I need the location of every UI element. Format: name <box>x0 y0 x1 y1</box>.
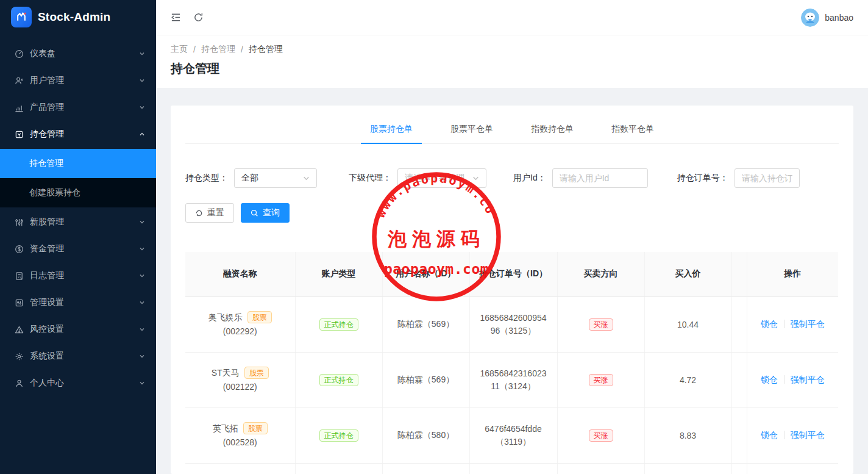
sidebar-item-dashboard[interactable]: 仪表盘 <box>0 41 156 66</box>
sidebar-item-profile[interactable]: 个人中心 <box>0 371 156 395</box>
user-id-input-box <box>552 168 648 188</box>
table-row: ST天马股票 (002122) 正式持仓 陈柏霖（569） 1685684231… <box>185 352 838 408</box>
chevron-down-icon <box>139 246 145 252</box>
search-button[interactable]: 查询 <box>241 203 290 223</box>
col-account-type: 账户类型 <box>295 252 382 296</box>
sidebar-item-ipo[interactable]: 新股管理 <box>0 210 156 234</box>
filter-bar: 持仓类型： 全部 下级代理： 请选择下级代理 用户Id： <box>185 144 839 188</box>
sidebar-item-logs[interactable]: 日志管理 <box>0 264 156 288</box>
buy-price-cell: 10.44 <box>644 296 731 352</box>
chevron-up-icon <box>139 131 145 137</box>
breadcrumb-current: 持仓管理 <box>249 44 283 55</box>
breadcrumb-home[interactable]: 主页 <box>171 44 188 55</box>
col-order-no: 持仓订单号（ID） <box>469 252 557 296</box>
tab-index-closed[interactable]: 指数平仓单 <box>602 116 663 143</box>
user-cell: 陈柏霖（569） <box>382 352 469 408</box>
warning-icon <box>15 325 24 334</box>
force-close-link[interactable]: 强制平仓 <box>791 430 825 440</box>
table-row: 英飞拓股票 (002528) 正式持仓 陈柏霖（580） 6476f4654fd… <box>185 408 838 463</box>
bar-chart-icon <box>15 103 24 112</box>
divider <box>784 320 784 328</box>
sidebar-item-risk[interactable]: 风控设置 <box>0 317 156 342</box>
app-logo[interactable]: Stock-Admin <box>0 0 156 34</box>
filter-position-type: 持仓类型： 全部 <box>185 168 349 188</box>
gear-icon <box>15 352 24 361</box>
direction-badge: 买涨 <box>589 429 613 442</box>
app-title: Stock-Admin <box>38 10 110 24</box>
avatar <box>801 9 819 27</box>
positions-icon <box>15 130 24 139</box>
account-type-badge: 正式持仓 <box>319 429 358 442</box>
submenu-item-position-management[interactable]: 持仓管理 <box>0 149 156 178</box>
user-id-input[interactable] <box>560 173 641 183</box>
sidebar-item-products[interactable]: 产品管理 <box>0 95 156 120</box>
stock-code: (002292) <box>194 325 286 339</box>
filter-agent: 下级代理： 请选择下级代理 <box>349 168 513 188</box>
positions-submenu: 持仓管理 创建股票持仓 <box>0 149 156 207</box>
user-cell: 陈柏霖（569） <box>382 296 469 352</box>
sidebar-menu: 仪表盘 用户管理 产品管理 持仓管理 持仓管理 创建股票持仓 <box>0 34 156 395</box>
dashboard-icon <box>15 49 24 59</box>
user-cell: 陈柏霖（580） <box>382 408 469 463</box>
filter-actions: 重置 查询 <box>185 188 839 223</box>
chevron-down-icon <box>139 300 145 306</box>
sidebar-item-system-settings[interactable]: 系统设置 <box>0 344 156 368</box>
sidebar-item-positions[interactable]: 持仓管理 <box>0 122 156 146</box>
collapse-menu-icon[interactable] <box>171 12 181 23</box>
filter-order-no: 持仓订单号： <box>677 168 800 188</box>
account-type-badge: 正式持仓 <box>319 374 358 386</box>
chevron-down-icon <box>472 175 479 182</box>
reset-button[interactable]: 重置 <box>185 203 234 223</box>
chevron-down-icon <box>139 326 145 332</box>
chevron-down-icon <box>139 219 145 225</box>
chevron-down-icon <box>139 51 145 57</box>
table-header-row: 融资名称 账户类型 用户名称（ID） 持仓订单号（ID） 买卖方向 买入价 操作 <box>185 252 838 296</box>
agent-select[interactable]: 请选择下级代理 <box>397 168 486 188</box>
lock-position-link[interactable]: 锁仓 <box>761 430 778 440</box>
stock-tag: 股票 <box>247 311 272 323</box>
page-header: 主页 / 持仓管理 / 持仓管理 持仓管理 <box>156 35 868 88</box>
user-menu[interactable]: banbao <box>801 9 853 27</box>
force-close-link[interactable]: 强制平仓 <box>791 319 825 329</box>
submenu-item-create-stock-position[interactable]: 创建股票持仓 <box>0 178 156 207</box>
stock-code: (002528) <box>194 436 286 450</box>
page-title: 持仓管理 <box>171 60 853 77</box>
col-direction: 买卖方向 <box>557 252 644 296</box>
order-no-input[interactable] <box>742 173 792 183</box>
buy-price-cell: 8.83 <box>644 408 731 463</box>
lock-position-link[interactable]: 锁仓 <box>761 319 778 329</box>
sidebar-item-admin-settings[interactable]: 管理设置 <box>0 290 156 315</box>
sidebar-item-users[interactable]: 用户管理 <box>0 68 156 93</box>
positions-card: 股票持仓单 股票平仓单 指数持仓单 指数平仓单 持仓类型： 全部 下级代理： 请… <box>171 106 853 474</box>
document-icon <box>15 271 24 281</box>
position-type-select[interactable]: 全部 <box>234 168 317 188</box>
stock-name: 英飞拓 <box>213 423 238 433</box>
order-no-input-box <box>735 168 800 188</box>
tab-stock-closed[interactable]: 股票平仓单 <box>441 116 502 143</box>
dollar-icon <box>15 245 24 254</box>
table-row: 奥飞娱乐股票 (002292) 正式持仓 陈柏霖（569） 1685684260… <box>185 296 838 352</box>
buy-price-cell: 4.72 <box>644 352 731 408</box>
col-buy-price: 买入价 <box>644 252 731 296</box>
direction-badge: 买涨 <box>589 318 613 331</box>
chevron-down-icon <box>139 104 145 110</box>
reload-icon[interactable] <box>193 12 204 23</box>
breadcrumb-positions[interactable]: 持仓管理 <box>201 44 235 55</box>
chevron-down-icon <box>139 380 145 386</box>
force-close-link[interactable]: 强制平仓 <box>791 375 825 384</box>
chevron-down-icon <box>139 77 145 84</box>
tab-index-positions[interactable]: 指数持仓单 <box>522 116 583 143</box>
tab-bar: 股票持仓单 股票平仓单 指数持仓单 指数平仓单 <box>185 106 839 144</box>
sidebar-item-funds[interactable]: 资金管理 <box>0 237 156 261</box>
order-no-cell: 1685684260095496（3125） <box>478 312 549 337</box>
sidebar: Stock-Admin 仪表盘 用户管理 产品管理 持仓管理 持仓管理 <box>0 0 156 474</box>
tab-stock-positions[interactable]: 股票持仓单 <box>361 116 422 144</box>
user-name: banbao <box>825 13 853 23</box>
lock-position-link[interactable]: 锁仓 <box>761 375 778 384</box>
top-bar: banbao <box>156 0 868 35</box>
col-financing-name: 融资名称 <box>185 252 295 296</box>
stock-name: ST天马 <box>212 368 240 378</box>
control-panel-icon <box>15 298 24 307</box>
divider <box>784 375 784 384</box>
stock-tag: 股票 <box>243 422 268 434</box>
